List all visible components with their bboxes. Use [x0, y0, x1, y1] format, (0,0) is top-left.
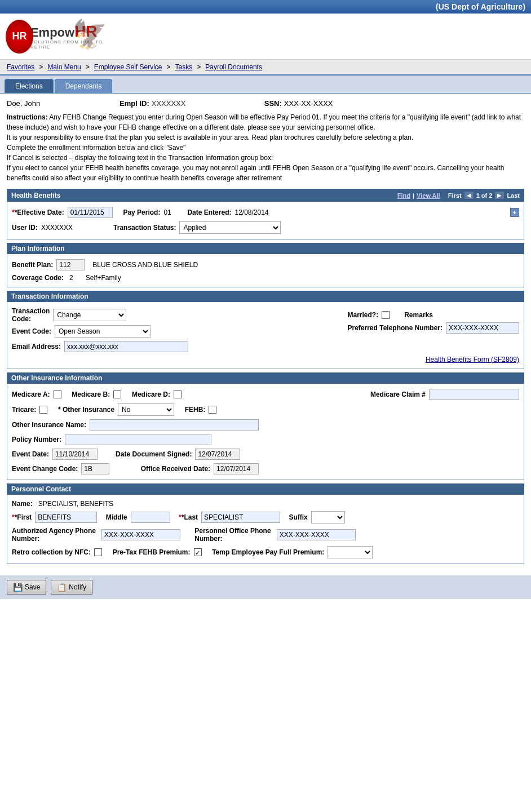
tab-elections[interactable]: Elections	[5, 79, 54, 93]
suffix-select[interactable]: Jr Sr II III	[311, 511, 345, 523]
save-label: Save	[25, 583, 40, 591]
personnel-contact-title: Personnel Contact	[11, 485, 71, 493]
plan-info-header: Plan Information	[7, 243, 524, 254]
auth-phone-input[interactable]	[101, 529, 180, 540]
ssn-value: XXX-XX-XXXX	[284, 99, 333, 108]
personnel-phone-input[interactable]	[277, 529, 356, 540]
health-benefits-form-link[interactable]: Health Benefits Form (SF2809)	[426, 356, 519, 363]
ssn-label: SSN:	[264, 99, 282, 108]
event-date-label: Event Date:	[12, 450, 49, 458]
other-insurance-name-input[interactable]	[90, 419, 259, 431]
event-date-row: Event Date: Date Document Signed:	[12, 447, 519, 462]
medicare-d-checkbox[interactable]	[174, 391, 182, 398]
transaction-information-section: Transaction Information TransactionCode:…	[7, 291, 524, 369]
preferred-phone-input[interactable]	[446, 322, 519, 334]
last-name-input[interactable]	[201, 512, 280, 523]
event-code-select[interactable]: Open Season Life Event New Hire	[55, 325, 151, 338]
save-icon: 💾	[13, 583, 23, 592]
policy-number-input[interactable]	[65, 434, 211, 445]
effective-date-input[interactable]	[68, 207, 113, 218]
notify-icon: 📋	[57, 583, 67, 592]
temp-employee-select[interactable]: Yes No	[328, 546, 373, 558]
user-id-row: User ID: XXXXXXX Transaction Status: App…	[12, 220, 519, 236]
name-row: Name: SPECIALIST, BENEFITS	[12, 498, 519, 509]
nav-employee-self-service[interactable]: Employee Self Service	[92, 62, 165, 72]
benefit-plan-code[interactable]	[56, 259, 85, 270]
email-input[interactable]	[64, 341, 188, 352]
fehb-checkbox[interactable]	[209, 406, 216, 414]
married-label: Married?:	[348, 311, 379, 319]
transaction-code-select[interactable]: Change Cancel New	[53, 309, 126, 321]
medicare-a-label: Medicare A:	[12, 391, 50, 398]
empl-id-label: Empl ID:	[120, 99, 149, 108]
bottom-button-bar: 💾 Save 📋 Notify	[0, 575, 531, 599]
logo-image: HR EmpowHR SOLUTIONS FROM HIRE TO RETIRE…	[6, 18, 107, 55]
prev-page-btn[interactable]: ◀	[464, 191, 474, 199]
save-button[interactable]: 💾 Save	[7, 580, 46, 594]
name-value: SPECIALIST, BENEFITS	[38, 500, 113, 508]
pay-period-value: 01	[163, 208, 171, 216]
nav-favorites[interactable]: Favorites	[5, 62, 37, 72]
personnel-contact-body: Name: SPECIALIST, BENEFITS **First Middl…	[7, 495, 524, 564]
effective-date-label: **Effective Date:	[12, 208, 64, 216]
transaction-status-select[interactable]: Applied Pending Approved Denied	[179, 221, 281, 234]
retro-checkbox[interactable]	[94, 548, 102, 556]
tab-dependants[interactable]: Dependants	[55, 79, 113, 93]
effective-date-row: **Effective Date: Pay Period: 01 Date En…	[12, 205, 519, 220]
first-label[interactable]: First	[448, 192, 462, 199]
medicare-b-checkbox[interactable]	[113, 391, 121, 398]
personnel-phone-label: Personnel Office PhoneNumber:	[194, 527, 271, 543]
health-benefits-body: **Effective Date: Pay Period: 01 Date En…	[7, 202, 524, 239]
remarks-label: Remarks	[404, 311, 433, 319]
coverage-code-desc: Self+Family	[86, 274, 121, 282]
married-checkbox[interactable]	[382, 311, 390, 319]
logo-bar: HR EmpowHR SOLUTIONS FROM HIRE TO RETIRE…	[0, 14, 531, 60]
medicare-a-checkbox[interactable]	[54, 391, 61, 398]
phone-numbers-row: Authorized Agency PhoneNumber: Personnel…	[12, 525, 519, 544]
transaction-status-label: Transaction Status:	[113, 224, 176, 232]
user-id-label: User ID:	[12, 224, 38, 232]
navigation-bar: Favorites > Main Menu > Employee Self Se…	[0, 60, 531, 76]
nav-payroll-documents[interactable]: Payroll Documents	[203, 62, 264, 72]
temp-employee-label: Temp Employee Pay Full Premium:	[212, 548, 324, 556]
main-content: Doe, John Empl ID: XXXXXXX SSN: XXX-XX-X…	[0, 94, 531, 570]
benefit-plan-row: Benefit Plan: BLUE CROSS AND BLUE SHIELD	[12, 258, 519, 272]
medicare-claim-input[interactable]	[429, 389, 519, 400]
add-record-btn[interactable]: +	[510, 208, 519, 217]
view-all-link[interactable]: View All	[417, 192, 440, 199]
benefit-plan-label: Benefit Plan:	[12, 261, 53, 269]
other-insurance-body: Medicare A: Medicare B: Medicare D: Medi…	[7, 384, 524, 480]
office-received-date-input[interactable]	[214, 463, 259, 474]
next-page-btn[interactable]: ▶	[494, 191, 505, 199]
other-insurance-label: * Other Insurance	[58, 406, 114, 414]
event-change-code-input[interactable]	[81, 463, 109, 474]
pretax-label: Pre-Tax FEHB Premium:	[113, 548, 191, 556]
find-link[interactable]: Find	[397, 192, 410, 199]
pagination-info: 1 of 2	[476, 192, 493, 199]
benefit-plan-name: BLUE CROSS AND BLUE SHIELD	[92, 261, 198, 269]
user-id-value: XXXXXXX	[41, 224, 73, 232]
last-label[interactable]: Last	[507, 192, 520, 199]
office-received-date-label: Office Received Date:	[141, 465, 210, 473]
nav-tasks[interactable]: Tasks	[173, 62, 195, 72]
first-name-input[interactable]	[35, 512, 97, 523]
other-insurance-name-label: Other Insurance Name:	[12, 421, 86, 429]
transaction-info-title: Transaction Information	[11, 292, 88, 300]
suffix-label: Suffix	[289, 513, 307, 521]
other-insurance-select[interactable]: No Yes	[118, 403, 174, 416]
personnel-contact-header: Personnel Contact	[7, 483, 524, 495]
email-label: Email Address:	[12, 343, 61, 350]
event-date-input[interactable]	[52, 449, 98, 460]
notify-button[interactable]: 📋 Notify	[51, 580, 92, 594]
nav-main-menu[interactable]: Main Menu	[45, 62, 83, 72]
pretax-checkbox[interactable]	[194, 548, 202, 556]
other-insurance-section: Other Insurance Information Medicare A: …	[7, 372, 524, 480]
transaction-code-label: TransactionCode:	[12, 307, 50, 323]
date-doc-signed-input[interactable]	[195, 449, 240, 460]
transaction-info-header: Transaction Information	[7, 291, 524, 302]
logo-area: HR EmpowHR SOLUTIONS FROM HIRE TO RETIRE…	[0, 16, 113, 57]
nav-sep-2: >	[86, 63, 90, 71]
health-benefits-section: Health Benefits Find | View All First ◀ …	[7, 189, 524, 239]
tricare-checkbox[interactable]	[39, 406, 47, 414]
middle-name-input[interactable]	[131, 512, 170, 523]
